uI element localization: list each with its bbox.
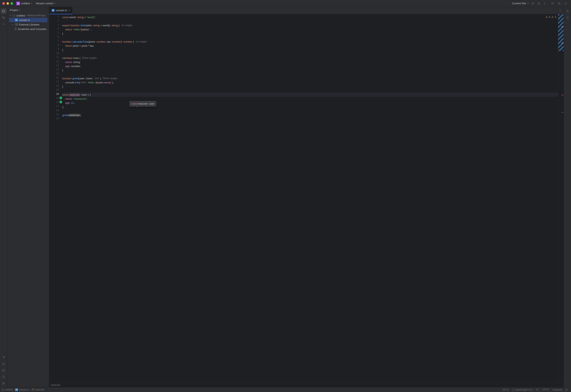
panel-title: Project (10, 9, 18, 12)
minimap-preview (558, 14, 564, 51)
problems-tool-button[interactable] (1, 374, 7, 380)
svg-point-6 (544, 3, 545, 3)
tree-scratches[interactable]: Scratches and Consoles (9, 27, 47, 31)
run-config-dropdown-icon[interactable]: ▾ (528, 2, 528, 4)
tab-sample-ts[interactable]: TS sample.ts × (49, 7, 72, 14)
project-name[interactable]: untitled (21, 2, 30, 5)
structure-tool-button[interactable] (1, 15, 7, 20)
usages-hint[interactable]: no usages (136, 40, 147, 43)
editor-tabs: TS sample.ts × (49, 7, 564, 14)
terminal-tool-button[interactable] (1, 367, 7, 373)
project-tool-button[interactable] (1, 8, 7, 14)
tab-menu-button[interactable] (557, 9, 564, 12)
run-button[interactable] (530, 0, 536, 6)
nav-crumb[interactable]: sample.ts (19, 388, 29, 391)
usages-hint[interactable]: no usages (121, 24, 132, 27)
settings-button[interactable] (563, 0, 569, 6)
nav-crumb[interactable]: untitled (5, 388, 13, 391)
code-with-me-button[interactable] (550, 0, 556, 6)
breadcrumb-item[interactable]: newUser (51, 384, 60, 387)
project-badge: U (16, 2, 20, 5)
project-dropdown-icon[interactable]: ▾ (31, 2, 32, 4)
nav-crumb[interactable]: newUser (35, 388, 44, 391)
svg-point-0 (538, 3, 540, 4)
search-button[interactable] (556, 0, 562, 6)
tree-item-path: ~/WebstormProjec (26, 14, 46, 17)
svg-point-35 (560, 11, 560, 12)
inlay-hint-icon[interactable]: ↑ (59, 100, 62, 103)
titlebar: U untitled ▾ Version control ▾ Current F… (0, 0, 571, 7)
svg-point-22 (3, 377, 4, 378)
inspections-widget[interactable]: ⚠ 2 ⚠ 1 ˄ ˅ (545, 15, 561, 18)
project-panel-header[interactable]: Project ▾ (7, 7, 49, 13)
inlay-hint-icon[interactable]: ↑ (59, 97, 62, 99)
library-icon (15, 23, 18, 26)
ai-tool-button[interactable] (1, 354, 7, 360)
svg-point-12 (565, 3, 566, 4)
usages-hint[interactable]: Show usages (103, 77, 117, 80)
encoding[interactable]: UTF-8 (540, 388, 551, 391)
line-ending[interactable]: LF (534, 388, 540, 391)
window-close[interactable] (2, 2, 5, 5)
cursor-position[interactable]: 20:12 (501, 388, 510, 391)
debug-button[interactable] (536, 0, 542, 6)
svg-line-11 (560, 4, 561, 5)
scratches-icon (14, 28, 17, 30)
breadcrumb-bar[interactable]: newUser (49, 383, 564, 387)
code-area[interactable]: const world: string = "world"; export fu… (62, 14, 558, 383)
ts-file-icon: TS (15, 19, 18, 21)
prev-highlight-button[interactable]: ˄ (557, 15, 559, 18)
vcs-dropdown-icon[interactable]: ▾ (55, 2, 56, 4)
left-toolbar (0, 7, 7, 387)
right-toolbar (564, 7, 571, 387)
warning-icon: ⚠ (545, 15, 548, 18)
gutter[interactable]: 1 2 3 4 5 6 7 8 9 10 11 12 13 14 15 16 1… (49, 14, 62, 383)
expand-icon[interactable]: ▾ (10, 14, 12, 16)
tree-item-label: Scratches and Consoles (18, 28, 46, 31)
svg-rect-26 (15, 23, 16, 26)
window-minimize[interactable] (7, 2, 9, 5)
vcs-tool-button[interactable] (1, 380, 7, 386)
tree-external-libs[interactable]: ▸ External Libraries (9, 22, 47, 27)
version-control-menu[interactable]: Version control (36, 2, 53, 5)
svg-point-5 (544, 2, 545, 3)
svg-point-7 (544, 4, 545, 4)
expand-icon[interactable]: ▸ (12, 23, 15, 26)
tree-file-sample[interactable]: TS sample.ts (9, 18, 47, 22)
svg-rect-27 (16, 23, 17, 26)
svg-point-25 (4, 383, 5, 384)
more-tool-button[interactable] (1, 21, 7, 27)
indent-settings[interactable]: 4 spaces (551, 388, 564, 391)
usages-hint[interactable]: Show usages (82, 56, 97, 59)
svg-point-23 (3, 382, 3, 383)
tree-item-label: untitled (16, 14, 25, 17)
run-configuration[interactable]: Current File (512, 2, 526, 5)
status-bar: untitled › TS sample.ts › ⓥ newUser 20:1… (0, 387, 571, 392)
quick-doc-tooltip: const newUser: User (129, 101, 156, 107)
navigation-bar[interactable]: untitled › TS sample.ts › ⓥ newUser (2, 388, 44, 392)
weak-warning-icon: ⚠ (551, 15, 554, 18)
typescript-status[interactable]: { } TypeScript 5.4.3 (510, 388, 534, 391)
services-tool-button[interactable] (1, 361, 7, 367)
svg-rect-18 (2, 369, 5, 371)
window-maximize[interactable] (11, 2, 13, 5)
minimap[interactable] (558, 14, 564, 383)
readonly-toggle[interactable] (564, 389, 569, 391)
svg-point-8 (552, 2, 553, 3)
next-highlight-button[interactable]: ˅ (560, 15, 561, 18)
ai-assistant-button[interactable] (565, 15, 571, 20)
notifications-button[interactable] (565, 8, 571, 14)
tree-item-label: External Libraries (19, 23, 39, 26)
editor-area: TS sample.ts × ⚠ 2 ⚠ 1 ˄ ˅ 1 2 3 4 (49, 7, 564, 387)
svg-point-17 (4, 24, 4, 24)
project-tree: ▾ untitled ~/WebstormProjec TS sample.ts… (7, 13, 49, 31)
editor-content[interactable]: ⚠ 2 ⚠ 1 ˄ ˅ 1 2 3 4 5 6 7 8 9 10 11 12 1… (49, 14, 564, 383)
more-actions-button[interactable] (542, 0, 547, 6)
panel-dropdown-icon[interactable]: ▾ (19, 9, 20, 11)
tab-close-button[interactable]: × (68, 9, 70, 12)
svg-point-33 (560, 9, 560, 10)
tree-root[interactable]: ▾ untitled ~/WebstormProjec (9, 13, 47, 18)
svg-rect-28 (17, 24, 18, 26)
ts-file-icon: TS (15, 388, 18, 391)
svg-point-9 (553, 3, 554, 3)
